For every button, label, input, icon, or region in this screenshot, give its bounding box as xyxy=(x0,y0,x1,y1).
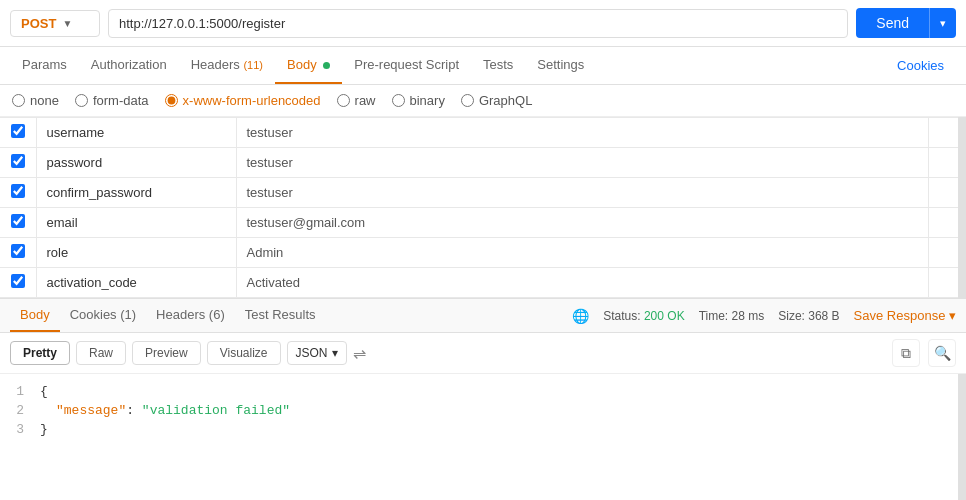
field-value: testuser xyxy=(236,118,928,148)
cookies-count: (1) xyxy=(120,307,136,322)
request-tabs: Params Authorization Headers (11) Body P… xyxy=(0,47,966,85)
tab-headers[interactable]: Headers (11) xyxy=(179,47,275,84)
table-row: confirm_password testuser xyxy=(0,178,958,208)
field-value: testuser@gmail.com xyxy=(236,208,928,238)
table-row: activation_code Activated xyxy=(0,268,958,298)
field-checkbox[interactable] xyxy=(11,244,25,258)
field-key: confirm_password xyxy=(36,178,236,208)
tab-pre-request[interactable]: Pre-request Script xyxy=(342,47,471,84)
field-actions xyxy=(928,178,958,208)
tab-authorization[interactable]: Authorization xyxy=(79,47,179,84)
response-code-area: 1 { 2 "message": "validation failed" 3 } xyxy=(0,374,966,500)
field-key: role xyxy=(36,238,236,268)
size-label: Size: 368 B xyxy=(778,309,839,323)
table-row: role Admin xyxy=(0,238,958,268)
code-value-message: "validation failed" xyxy=(142,403,290,418)
body-type-none[interactable]: none xyxy=(12,93,59,108)
code-indent: "message": "validation failed" xyxy=(56,403,290,418)
save-response-button[interactable]: Save Response ▾ xyxy=(854,308,956,323)
response-tab-headers[interactable]: Headers (6) xyxy=(146,299,235,332)
table-row: username testuser xyxy=(0,118,958,148)
field-checkbox[interactable] xyxy=(11,154,25,168)
code-line-2: 2 "message": "validation failed" xyxy=(0,401,958,420)
time-value: 28 ms xyxy=(732,309,765,323)
search-button[interactable]: 🔍 xyxy=(928,339,956,367)
body-type-binary[interactable]: binary xyxy=(392,93,445,108)
field-actions xyxy=(928,118,958,148)
field-value: testuser xyxy=(236,148,928,178)
field-key: activation_code xyxy=(36,268,236,298)
tab-params[interactable]: Params xyxy=(10,47,79,84)
time-label: Time: 28 ms xyxy=(699,309,765,323)
globe-icon: 🌐 xyxy=(572,308,589,324)
body-dot-icon xyxy=(323,62,330,69)
code-colon: : xyxy=(126,403,142,418)
send-button-group: Send ▾ xyxy=(856,8,956,38)
field-key: username xyxy=(36,118,236,148)
field-value: Activated xyxy=(236,268,928,298)
code-open-brace: { xyxy=(40,384,48,399)
code-close-brace: } xyxy=(40,422,48,437)
format-pretty-button[interactable]: Pretty xyxy=(10,341,70,365)
line-number-1: 1 xyxy=(10,384,24,399)
body-type-selector: none form-data x-www-form-urlencoded raw… xyxy=(0,85,966,117)
field-value: testuser xyxy=(236,178,928,208)
format-preview-button[interactable]: Preview xyxy=(132,341,201,365)
headers-badge: (11) xyxy=(243,59,263,71)
json-chevron-icon: ▾ xyxy=(332,346,338,360)
field-checkbox[interactable] xyxy=(11,274,25,288)
tab-tests[interactable]: Tests xyxy=(471,47,525,84)
field-checkbox[interactable] xyxy=(11,214,25,228)
url-input[interactable] xyxy=(108,9,848,38)
status-value: 200 OK xyxy=(644,309,685,323)
body-type-raw[interactable]: raw xyxy=(337,93,376,108)
field-checkbox[interactable] xyxy=(11,124,25,138)
cookies-link[interactable]: Cookies xyxy=(885,48,956,85)
response-tab-cookies[interactable]: Cookies (1) xyxy=(60,299,146,332)
json-format-dropdown[interactable]: JSON ▾ xyxy=(287,341,347,365)
tab-body[interactable]: Body xyxy=(275,47,342,84)
body-type-urlencoded[interactable]: x-www-form-urlencoded xyxy=(165,93,321,108)
response-format-toolbar: Pretty Raw Preview Visualize JSON ▾ ⇌ ⧉ … xyxy=(0,333,966,374)
field-actions xyxy=(928,148,958,178)
response-tab-test-results[interactable]: Test Results xyxy=(235,299,326,332)
json-format-label: JSON xyxy=(296,346,328,360)
status-label: Status: 200 OK xyxy=(603,309,684,323)
form-fields-table: username testuser password testuser conf… xyxy=(0,117,966,298)
table-row: email testuser@gmail.com xyxy=(0,208,958,238)
copy-button[interactable]: ⧉ xyxy=(892,339,920,367)
field-key: password xyxy=(36,148,236,178)
line-number-2: 2 xyxy=(10,403,24,418)
code-line-3: 3 } xyxy=(0,420,958,439)
send-button[interactable]: Send xyxy=(856,8,929,38)
body-type-form-data[interactable]: form-data xyxy=(75,93,149,108)
form-table: username testuser password testuser conf… xyxy=(0,117,958,298)
field-value: Admin xyxy=(236,238,928,268)
field-actions xyxy=(928,208,958,238)
response-tabs: Body Cookies (1) Headers (6) Test Result… xyxy=(0,298,966,333)
method-label: POST xyxy=(21,16,56,31)
response-tab-body[interactable]: Body xyxy=(10,299,60,332)
code-display: 1 { 2 "message": "validation failed" 3 } xyxy=(0,374,958,447)
field-checkbox[interactable] xyxy=(11,184,25,198)
method-chevron-icon: ▼ xyxy=(62,18,72,29)
format-raw-button[interactable]: Raw xyxy=(76,341,126,365)
method-dropdown[interactable]: POST ▼ xyxy=(10,10,100,37)
size-value: 368 B xyxy=(808,309,839,323)
tab-settings[interactable]: Settings xyxy=(525,47,596,84)
body-type-graphql[interactable]: GraphQL xyxy=(461,93,532,108)
headers-count: (6) xyxy=(209,307,225,322)
field-key: email xyxy=(36,208,236,238)
top-bar: POST ▼ Send ▾ xyxy=(0,0,966,47)
response-status-area: 🌐 Status: 200 OK Time: 28 ms Size: 368 B… xyxy=(572,308,956,324)
table-row: password testuser xyxy=(0,148,958,178)
field-actions xyxy=(928,268,958,298)
code-line-1: 1 { xyxy=(0,382,958,401)
response-toolbar-actions: ⧉ 🔍 xyxy=(892,339,956,367)
line-number-3: 3 xyxy=(10,422,24,437)
filter-icon[interactable]: ⇌ xyxy=(353,344,366,363)
field-actions xyxy=(928,238,958,268)
code-key-message: "message" xyxy=(56,403,126,418)
format-visualize-button[interactable]: Visualize xyxy=(207,341,281,365)
send-dropdown-button[interactable]: ▾ xyxy=(929,8,956,38)
